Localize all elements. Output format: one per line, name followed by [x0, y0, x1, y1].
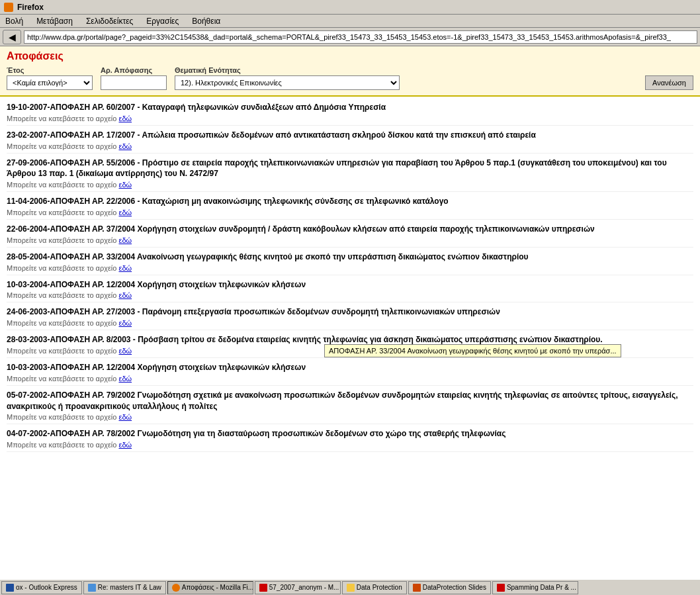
- menu-voitheia[interactable]: Βοήθεια: [189, 15, 223, 27]
- taskbar-label: Spamming Data Pr & ...: [507, 584, 576, 591]
- taskbar-icon: [497, 584, 505, 592]
- download-link[interactable]: εδώ: [118, 319, 132, 327]
- decision-link-row: Μπορείτε να κατεβάσετε το αρχείο εδώ: [7, 375, 693, 383]
- refresh-button[interactable]: Ανανέωση: [645, 75, 693, 90]
- list-item: 04-07-2002-ΑΠΟΦΑΣΗ ΑΡ. 78/2002 Γνωμοδότη…: [7, 426, 693, 452]
- decision-num-filter-group: Αρ. Απόφασης: [101, 66, 167, 90]
- taskbar-item[interactable]: ox - Outlook Express: [1, 581, 82, 594]
- decision-title: 05-07-2002-ΑΠΟΦΑΣΗ ΑΡ. 79/2002 Γνωμοδότη…: [7, 390, 693, 412]
- taskbar-label: ox - Outlook Express: [16, 584, 77, 591]
- decision-link-row: Μπορείτε να κατεβάσετε το αρχείο εδώ: [7, 208, 693, 216]
- list-item: 05-07-2002-ΑΠΟΦΑΣΗ ΑΡ. 79/2002 Γνωμοδότη…: [7, 387, 693, 425]
- tooltip-text: ΑΠΟΦΑΣΗ ΑΡ. 33/2004 Ανακοίνωση γεωγραφικ…: [329, 347, 617, 355]
- list-item: 10-03-2004-ΑΠΟΦΑΣΗ ΑΡ. 12/2004 Χορήγηση …: [7, 277, 693, 303]
- filter-row: Έτος <Καμία επιλογή> 2007 2006 2005 2004…: [7, 66, 693, 95]
- download-link[interactable]: εδώ: [118, 441, 132, 449]
- year-select[interactable]: <Καμία επιλογή> 2007 2006 2005 2004 2003…: [7, 75, 93, 90]
- list-item: 23-02-2007-ΑΠΟΦΑΣΗ ΑΡ. 17/2007 - Απώλεια…: [7, 127, 693, 154]
- decision-title: 27-09-2006-ΑΠΟΦΑΣΗ ΑΡ. 55/2006 - Πρόστιμ…: [7, 158, 693, 180]
- page-header: Αποφάσεις Έτος <Καμία επιλογή> 2007 2006…: [0, 46, 700, 97]
- download-link[interactable]: εδώ: [118, 291, 132, 299]
- download-link[interactable]: εδώ: [118, 142, 132, 150]
- taskbar-icon: [347, 584, 355, 592]
- download-link[interactable]: εδώ: [118, 413, 132, 421]
- menu-selido[interactable]: Σελιδοδείκτες: [83, 15, 136, 27]
- year-filter-group: Έτος <Καμία επιλογή> 2007 2006 2005 2004…: [7, 66, 93, 90]
- decision-link-row: Μπορείτε να κατεβάσετε το αρχείο εδώ: [7, 319, 693, 327]
- list-item: 19-10-2007-ΑΠΟΦΑΣΗ ΑΡ. 60/2007 - Καταγρα…: [7, 99, 693, 126]
- menu-bar: Βολή Μετάβαση Σελιδοδείκτες Εργασίες Βοή…: [0, 15, 700, 28]
- firefox-icon: [4, 3, 13, 12]
- taskbar-icon: [6, 584, 14, 592]
- title-bar: Firefox: [0, 0, 700, 15]
- menu-metavasi[interactable]: Μετάβαση: [34, 15, 75, 27]
- decision-title: 04-07-2002-ΑΠΟΦΑΣΗ ΑΡ. 78/2002 Γνωμοδότη…: [7, 428, 693, 439]
- page-title: Αποφάσεις: [7, 50, 693, 62]
- window-title: Firefox: [17, 3, 44, 12]
- taskbar-label: 57_2007_anonym - M...: [269, 584, 339, 591]
- download-link[interactable]: εδώ: [118, 236, 132, 244]
- taskbar-icon: [88, 584, 96, 592]
- taskbar-item[interactable]: DataProtection Slides: [408, 581, 491, 594]
- toolbar: ◀: [0, 28, 700, 46]
- main-content: 19-10-2007-ΑΠΟΦΑΣΗ ΑΡ. 60/2007 - Καταγρα…: [0, 97, 700, 580]
- decision-link-row: Μπορείτε να κατεβάσετε το αρχείο εδώ: [7, 441, 693, 449]
- decision-number-input[interactable]: [101, 75, 167, 90]
- decision-num-label: Αρ. Απόφασης: [101, 66, 167, 74]
- taskbar-item[interactable]: 57_2007_anonym - M...: [255, 581, 341, 594]
- decision-title: 10-03-2004-ΑΠΟΦΑΣΗ ΑΡ. 12/2004 Χορήγηση …: [7, 279, 693, 291]
- taskbar-item[interactable]: Αποφάσεις - Mozilla Fi...: [167, 581, 253, 594]
- decision-link-row: Μπορείτε να κατεβάσετε το αρχείο εδώ: [7, 236, 693, 244]
- taskbar-label: DataProtection Slides: [423, 584, 486, 591]
- decision-link-row: Μπορείτε να κατεβάσετε το αρχείο εδώ: [7, 142, 693, 150]
- taskbar-item[interactable]: Data Protection: [342, 581, 407, 594]
- taskbar-icon: [259, 584, 267, 592]
- list-item: 24-06-2003-ΑΠΟΦΑΣΗ ΑΡ. 27/2003 - Παράνομ…: [7, 304, 693, 330]
- decision-link-row: Μπορείτε να κατεβάσετε το αρχείο εδώ: [7, 114, 693, 122]
- decision-link-row: Μπορείτε να κατεβάσετε το αρχείο εδώ: [7, 413, 693, 421]
- taskbar-label: Αποφάσεις - Mozilla Fi...: [182, 584, 253, 591]
- list-item: 11-04-2006-ΑΠΟΦΑΣΗ ΑΡ. 22/2006 - Καταχώρ…: [7, 193, 693, 220]
- menu-voli[interactable]: Βολή: [3, 15, 26, 27]
- taskbar-label: Re: masters IT & Law: [98, 584, 161, 591]
- taskbar-item[interactable]: Spamming Data Pr & ...: [492, 581, 578, 594]
- decision-link-row: Μπορείτε να κατεβάσετε το αρχείο εδώ: [7, 291, 693, 299]
- list-item: 10-03-2003-ΑΠΟΦΑΣΗ ΑΡ. 12/2004 Χορήγηση …: [7, 359, 693, 386]
- year-label: Έτος: [7, 66, 93, 74]
- decision-title: 22-06-2004-ΑΠΟΦΑΣΗ ΑΡ. 37/2004 Χορήγηση …: [7, 224, 693, 235]
- decision-link-row: Μπορείτε να κατεβάσετε το αρχείο εδώ: [7, 264, 693, 272]
- taskbar-item[interactable]: Re: masters IT & Law: [83, 581, 166, 594]
- theme-select[interactable]: 12). Ηλεκτρονικές Επικοινωνίες: [175, 75, 400, 90]
- theme-filter-group: Θεματική Ενότητας 12). Ηλεκτρονικές Επικ…: [175, 66, 400, 90]
- download-link[interactable]: εδώ: [118, 114, 132, 122]
- decision-link-row: Μπορείτε να κατεβάσετε το αρχείο εδώ: [7, 181, 693, 189]
- decision-title: 19-10-2007-ΑΠΟΦΑΣΗ ΑΡ. 60/2007 - Καταγρα…: [7, 102, 693, 113]
- download-link[interactable]: εδώ: [118, 181, 132, 189]
- download-link[interactable]: εδώ: [118, 264, 132, 272]
- address-bar[interactable]: [24, 30, 697, 44]
- tooltip: ΑΠΟΦΑΣΗ ΑΡ. 33/2004 Ανακοίνωση γεωγραφικ…: [324, 344, 621, 357]
- decision-title: 24-06-2003-ΑΠΟΦΑΣΗ ΑΡ. 27/2003 - Παράνομ…: [7, 306, 693, 318]
- download-link[interactable]: εδώ: [118, 375, 132, 383]
- back-button[interactable]: ◀: [3, 30, 21, 44]
- download-link[interactable]: εδώ: [118, 208, 132, 216]
- decision-title: 11-04-2006-ΑΠΟΦΑΣΗ ΑΡ. 22/2006 - Καταχώρ…: [7, 196, 693, 207]
- taskbar-label: Data Protection: [357, 584, 402, 591]
- theme-label: Θεματική Ενότητας: [175, 66, 400, 74]
- decision-title: 28-05-2004-ΑΠΟΦΑΣΗ ΑΡ. 33/2004 Ανακοίνωσ…: [7, 252, 693, 263]
- list-item: 27-09-2006-ΑΠΟΦΑΣΗ ΑΡ. 55/2006 - Πρόστιμ…: [7, 155, 693, 193]
- menu-ergasies[interactable]: Εργασίες: [144, 15, 181, 27]
- taskbar-icon: [413, 584, 421, 592]
- taskbar-icon: [172, 584, 180, 592]
- download-link[interactable]: εδώ: [118, 347, 132, 355]
- decision-title: 10-03-2003-ΑΠΟΦΑΣΗ ΑΡ. 12/2004 Χορήγηση …: [7, 362, 693, 373]
- taskbar: ox - Outlook ExpressRe: masters IT & Law…: [0, 579, 700, 595]
- decision-title: 23-02-2007-ΑΠΟΦΑΣΗ ΑΡ. 17/2007 - Απώλεια…: [7, 130, 693, 141]
- list-item: 22-06-2004-ΑΠΟΦΑΣΗ ΑΡ. 37/2004 Χορήγηση …: [7, 221, 693, 248]
- list-item: 28-05-2004-ΑΠΟΦΑΣΗ ΑΡ. 33/2004 Ανακοίνωσ…: [7, 249, 693, 275]
